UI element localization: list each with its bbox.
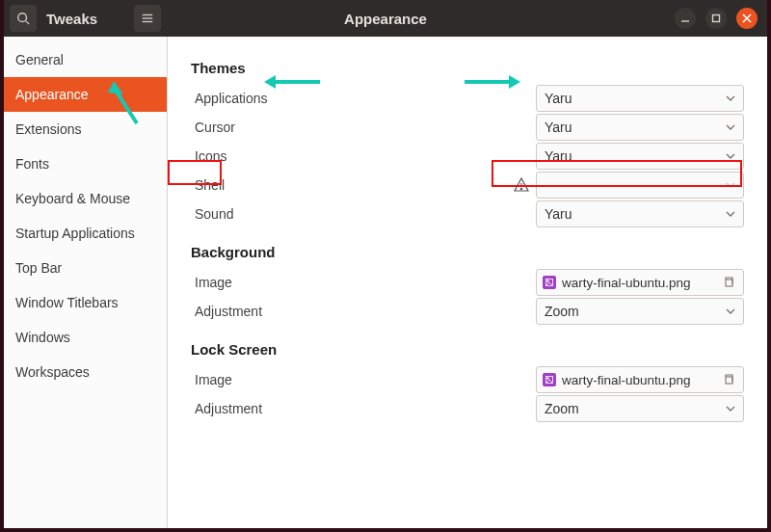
minimize-button[interactable] bbox=[675, 8, 696, 29]
chevron-down-icon bbox=[726, 304, 735, 319]
label-ls-image: Image bbox=[191, 372, 536, 387]
combo-cursor[interactable]: Yaru bbox=[536, 114, 744, 141]
sidebar-item-fonts[interactable]: Fonts bbox=[4, 146, 167, 181]
maximize-icon bbox=[711, 13, 721, 23]
sidebar-item-keyboard-mouse[interactable]: Keyboard & Mouse bbox=[4, 181, 167, 216]
chevron-down-icon bbox=[726, 177, 735, 193]
row-theme-applications: Applications Yaru bbox=[191, 84, 744, 113]
row-theme-sound: Sound Yaru bbox=[191, 200, 744, 228]
close-icon bbox=[742, 13, 752, 23]
label-shell: Shell bbox=[191, 177, 513, 193]
open-file-icon bbox=[720, 274, 737, 291]
svg-rect-14 bbox=[726, 279, 732, 286]
chevron-down-icon bbox=[726, 206, 735, 222]
filechooser-bg-filename: warty-final-ubuntu.png bbox=[562, 276, 714, 290]
svg-point-11 bbox=[520, 188, 521, 189]
svg-line-1 bbox=[26, 21, 30, 25]
search-button[interactable] bbox=[10, 5, 37, 32]
label-bg-image: Image bbox=[191, 275, 536, 290]
row-bg-adjustment: Adjustment Zoom bbox=[191, 297, 744, 326]
sidebar-item-window-titlebars[interactable]: Window Titlebars bbox=[4, 285, 167, 320]
section-heading-lockscreen: Lock Screen bbox=[191, 341, 744, 358]
open-file-icon bbox=[720, 371, 737, 388]
hamburger-icon bbox=[141, 12, 154, 25]
titlebar: Tweaks Appearance bbox=[4, 0, 767, 37]
sidebar-item-startup-applications[interactable]: Startup Applications bbox=[4, 216, 167, 251]
label-icons: Icons bbox=[191, 148, 536, 164]
sidebar: General Appearance Extensions Fonts Keyb… bbox=[4, 37, 168, 528]
sidebar-item-windows[interactable]: Windows bbox=[4, 320, 167, 355]
chevron-down-icon bbox=[726, 120, 735, 135]
label-bg-adjustment: Adjustment bbox=[191, 304, 536, 319]
svg-point-0 bbox=[18, 13, 27, 22]
search-icon bbox=[16, 12, 30, 25]
sidebar-item-appearance[interactable]: Appearance bbox=[4, 77, 167, 112]
hamburger-button[interactable] bbox=[134, 5, 161, 32]
svg-point-16 bbox=[547, 378, 549, 380]
svg-rect-17 bbox=[726, 377, 732, 384]
filechooser-ls-filename: warty-final-ubuntu.png bbox=[562, 373, 714, 387]
chevron-down-icon bbox=[726, 91, 735, 106]
combo-ls-adjustment-value: Zoom bbox=[545, 401, 579, 416]
image-file-icon bbox=[543, 276, 556, 289]
combo-bg-adjustment[interactable]: Zoom bbox=[536, 298, 744, 325]
svg-rect-6 bbox=[713, 15, 720, 22]
chevron-down-icon bbox=[726, 148, 735, 164]
combo-sound[interactable]: Yaru bbox=[536, 200, 744, 227]
sidebar-item-workspaces[interactable]: Workspaces bbox=[4, 355, 167, 389]
content-pane: Themes Applications Yaru Cursor Yaru bbox=[168, 37, 767, 528]
sidebar-item-general[interactable]: General bbox=[4, 42, 167, 77]
label-ls-adjustment: Adjustment bbox=[191, 401, 536, 416]
section-heading-background: Background bbox=[191, 244, 744, 260]
warning-icon bbox=[513, 176, 530, 194]
label-applications: Applications bbox=[191, 91, 536, 106]
label-sound: Sound bbox=[191, 206, 536, 222]
combo-sound-value: Yaru bbox=[545, 206, 572, 222]
sidebar-item-top-bar[interactable]: Top Bar bbox=[4, 251, 167, 285]
app-title: Tweaks bbox=[46, 11, 97, 27]
row-ls-image: Image warty-final-ubuntu.png bbox=[191, 365, 744, 394]
svg-point-13 bbox=[547, 280, 549, 282]
maximize-button[interactable] bbox=[705, 8, 727, 29]
row-theme-cursor: Cursor Yaru bbox=[191, 113, 744, 142]
close-button[interactable] bbox=[736, 8, 758, 29]
row-theme-icons: Icons Yaru bbox=[191, 142, 744, 171]
sidebar-item-extensions[interactable]: Extensions bbox=[4, 112, 167, 146]
filechooser-bg-image[interactable]: warty-final-ubuntu.png bbox=[536, 269, 744, 296]
page-title: Appearance bbox=[344, 11, 427, 27]
section-heading-themes: Themes bbox=[191, 60, 744, 76]
row-bg-image: Image warty-final-ubuntu.png bbox=[191, 268, 744, 297]
filechooser-ls-image[interactable]: warty-final-ubuntu.png bbox=[536, 366, 744, 393]
label-cursor: Cursor bbox=[191, 120, 536, 135]
chevron-down-icon bbox=[726, 401, 735, 416]
image-file-icon bbox=[543, 373, 556, 386]
minimize-icon bbox=[680, 13, 690, 23]
combo-bg-adjustment-value: Zoom bbox=[545, 304, 579, 319]
row-theme-shell: Shell bbox=[191, 171, 744, 200]
combo-icons[interactable]: Yaru bbox=[536, 143, 744, 170]
combo-cursor-value: Yaru bbox=[545, 120, 572, 135]
combo-icons-value: Yaru bbox=[545, 148, 572, 164]
row-ls-adjustment: Adjustment Zoom bbox=[191, 394, 744, 423]
combo-applications[interactable]: Yaru bbox=[536, 85, 744, 112]
combo-applications-value: Yaru bbox=[545, 91, 572, 106]
combo-ls-adjustment[interactable]: Zoom bbox=[536, 395, 744, 422]
combo-shell bbox=[536, 172, 744, 199]
